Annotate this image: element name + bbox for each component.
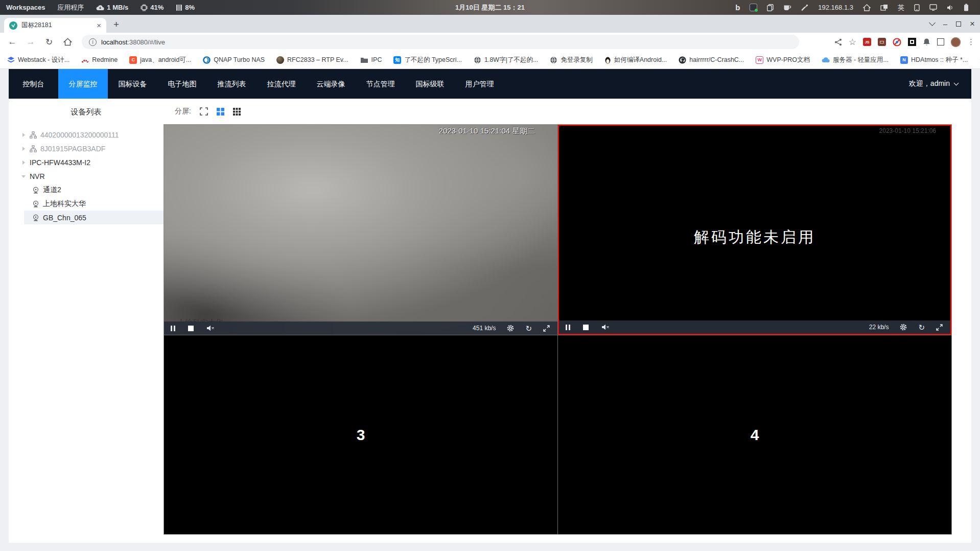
tree-item-channel[interactable]: 上地科实大华 [24, 197, 164, 211]
notifier-extension-icon[interactable] [923, 38, 930, 46]
nav-tab-map[interactable]: 电子地图 [157, 69, 207, 99]
url-path: :38080/#/live [127, 38, 165, 46]
stop-icon[interactable] [583, 325, 589, 330]
caret-down-icon[interactable] [20, 175, 27, 178]
battery-tray-icon[interactable] [964, 4, 969, 11]
workspace-switcher-icon[interactable] [880, 4, 888, 11]
hdatmos-icon: N [900, 56, 908, 64]
browser-tab[interactable]: 国标28181 × [4, 18, 106, 33]
nav-tab-node-manage[interactable]: 节点管理 [356, 69, 405, 99]
profile-avatar[interactable] [951, 37, 961, 47]
nav-tab-push-list[interactable]: 推流列表 [207, 69, 256, 99]
qr-extension-icon[interactable] [908, 38, 916, 46]
refresh-icon[interactable]: ↻ [918, 324, 925, 331]
nav-tab-pull-proxy[interactable]: 拉流代理 [256, 69, 306, 99]
bookmark-item[interactable]: RFC2833 – RTP Ev... [276, 56, 348, 64]
video-cell-4[interactable]: 4 [558, 335, 951, 534]
phone-link-icon[interactable] [914, 4, 920, 11]
bookmark-item[interactable]: W WVP-PRO文档 [756, 56, 810, 64]
pause-icon[interactable] [566, 325, 570, 330]
clipboard-tray-icon[interactable] [767, 4, 774, 11]
bookmark-item[interactable]: N HDAtmos :: 种子 *... [900, 56, 968, 64]
js-extension-icon[interactable]: JS [863, 38, 871, 46]
video-cell-2-active[interactable]: 2023-01-10 15:21:06 解码功能未启用 22 kb/s ↻ [558, 125, 951, 335]
chevron-down-icon[interactable] [929, 19, 936, 26]
coffee-tray-icon[interactable] [783, 4, 791, 11]
bookmark-item[interactable]: 服务器 - 轻量应用... [822, 56, 889, 64]
caret-right-icon[interactable] [20, 133, 27, 137]
bookmark-item[interactable]: QNAP Turbo NAS [203, 56, 265, 64]
video-cell-3[interactable]: 3 [164, 335, 557, 534]
ip-address[interactable]: 192.168.1.3 [818, 4, 853, 11]
volume-tray-icon[interactable] [947, 5, 954, 11]
adblock-extension-icon[interactable] [893, 38, 901, 47]
user-menu[interactable]: 欢迎，admin [909, 69, 971, 99]
maximize-button[interactable] [956, 21, 961, 27]
bookmark-label: RFC2833 – RTP Ev... [287, 56, 348, 63]
video-cell-1[interactable]: 2023-01-10 15:21:04 星期二 上地科实大华 451 kb/s … [164, 125, 557, 335]
caret-right-icon[interactable] [20, 160, 27, 165]
home-tray-icon[interactable] [863, 4, 871, 11]
back-button[interactable]: ← [5, 37, 19, 47]
bookmark-item[interactable]: IPC [360, 56, 382, 63]
applications-menu[interactable]: 应用程序 [57, 3, 84, 12]
nav-tab-console[interactable]: 控制台 [9, 69, 58, 99]
site-info-icon[interactable]: i [89, 38, 97, 46]
stop-icon[interactable] [188, 326, 194, 331]
bookmark-item[interactable]: 免登录复制 [550, 56, 593, 64]
expand-icon[interactable] [543, 325, 550, 332]
browser-menu-icon[interactable]: ⋮ [967, 37, 975, 47]
tree-item-label: 8J01915PAGB3ADF [40, 145, 105, 153]
minimize-button[interactable]: – [943, 19, 947, 28]
new-tab-button[interactable]: + [113, 19, 119, 30]
bookmark-item[interactable]: hairrrrr/C-CrashC... [679, 56, 744, 64]
tree-item-channel-selected[interactable]: GB_Chn_065 [24, 211, 164, 224]
bookmark-star-icon[interactable]: ☆ [849, 37, 856, 48]
screen: Workspaces 应用程序 1 MB/s 41% 8% 1月10日 星期二 … [0, 0, 980, 551]
workspaces-button[interactable]: Workspaces [6, 4, 45, 11]
nav-tab-user-manage[interactable]: 用户管理 [455, 69, 504, 99]
home-button[interactable] [60, 38, 75, 46]
notes-app-tray-icon[interactable] [750, 4, 757, 11]
fullscreen-icon[interactable] [200, 107, 208, 116]
pause-icon[interactable] [171, 326, 175, 331]
volume-muted-icon[interactable] [601, 324, 610, 330]
share-icon[interactable] [834, 38, 842, 46]
tree-item-device[interactable]: IPC-HFW4433M-I2 [9, 155, 164, 169]
volume-muted-icon[interactable] [206, 325, 215, 331]
camera-icon [32, 187, 39, 194]
display-tray-icon[interactable] [929, 4, 937, 11]
bookmark-item[interactable]: 如何编译Android... [604, 56, 667, 64]
expand-icon[interactable] [936, 324, 943, 331]
github-icon [679, 56, 686, 64]
reload-button[interactable]: ↻ [42, 37, 56, 48]
url-bar[interactable]: i localhost:38080/#/live [82, 35, 799, 49]
close-window-button[interactable]: × [970, 19, 975, 29]
refresh-icon[interactable]: ↻ [525, 325, 532, 332]
settings-gear-icon[interactable] [900, 324, 907, 331]
grid-3x3-icon[interactable] [233, 108, 241, 116]
forward-button[interactable]: → [24, 37, 38, 47]
nav-tab-split-monitor[interactable]: 分屏监控 [58, 69, 108, 99]
tree-item-platform[interactable]: 44020000013200000111 [9, 128, 164, 142]
tree-item-device-expanded[interactable]: NVR [9, 169, 164, 183]
tab-close-icon[interactable]: × [97, 21, 101, 29]
tree-item-platform[interactable]: 8J01915PAGB3ADF [9, 142, 164, 155]
bookmark-item[interactable]: Redmine [81, 56, 118, 63]
grid-2x2-icon[interactable] [217, 108, 224, 116]
bookmark-item[interactable]: C java、android可... [129, 56, 191, 64]
screenshot-extension-icon[interactable] [937, 38, 944, 45]
bookmark-item[interactable]: Webstack - 设计... [7, 56, 69, 64]
settings-gear-icon[interactable] [507, 325, 514, 332]
nav-tab-gb-cascade[interactable]: 国标级联 [405, 69, 455, 99]
bookmark-item[interactable]: 知 了不起的 TypeScri... [393, 56, 462, 64]
input-method-indicator[interactable]: 英 [898, 3, 904, 12]
bing-tray-icon[interactable]: b [735, 3, 740, 12]
caret-right-icon[interactable] [20, 147, 27, 151]
screwdriver-tray-icon[interactable] [801, 4, 808, 11]
nav-tab-cloud-record[interactable]: 云端录像 [306, 69, 356, 99]
nav-tab-gb-devices[interactable]: 国标设备 [108, 69, 157, 99]
tree-item-channel[interactable]: 通道2 [24, 183, 164, 197]
mail-extension-icon[interactable] [878, 38, 886, 46]
bookmark-item[interactable]: 1.8W字|了不起的... [474, 56, 538, 64]
